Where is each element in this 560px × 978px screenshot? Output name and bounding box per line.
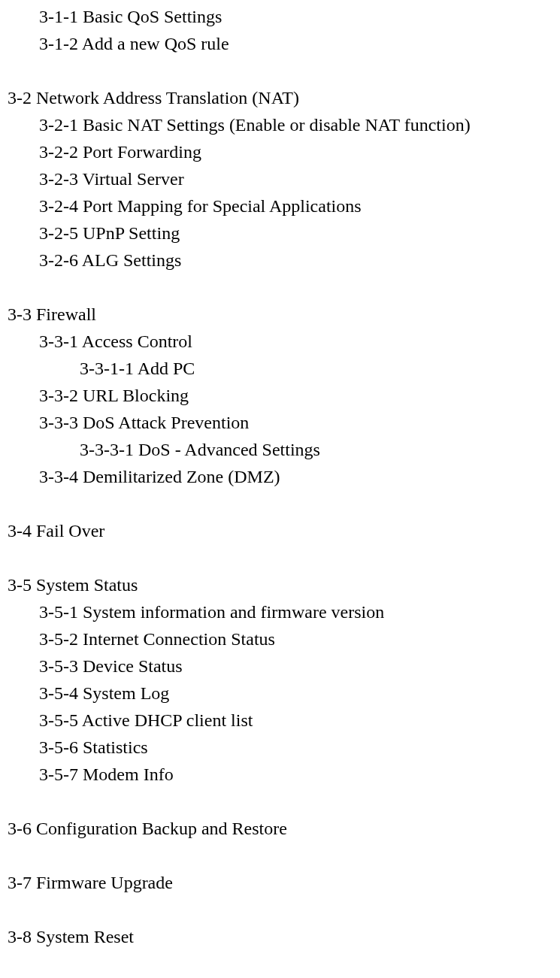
toc-entry-3-2: 3-2 Network Address Translation (NAT)	[0, 84, 560, 111]
toc-entry-3-5-7: 3-5-7 Modem Info	[0, 761, 560, 788]
toc-entry-3-2-5: 3-2-5 UPnP Setting	[0, 220, 560, 247]
toc-entry-3-1-2: 3-1-2 Add a new QoS rule	[0, 30, 560, 57]
toc-entry-3-3-4: 3-3-4 Demilitarized Zone (DMZ)	[0, 463, 560, 490]
toc-entry-3-3-1-1: 3-3-1-1 Add PC	[0, 355, 560, 382]
toc-entry-3-8: 3-8 System Reset	[0, 923, 560, 950]
toc-entry-3-2-4: 3-2-4 Port Mapping for Special Applicati…	[0, 192, 560, 220]
toc-entry-3-7: 3-7 Firmware Upgrade	[0, 869, 560, 896]
toc-entry-3-5-3: 3-5-3 Device Status	[0, 653, 560, 680]
toc-entry-3-2-2: 3-2-2 Port Forwarding	[0, 138, 560, 165]
toc-entry-3-2-1: 3-2-1 Basic NAT Settings (Enable or disa…	[0, 111, 560, 138]
toc-entry-3-5-4: 3-5-4 System Log	[0, 680, 560, 707]
toc-entry-3-2-6: 3-2-6 ALG Settings	[0, 247, 560, 274]
toc-entry-3-3-3-1: 3-3-3-1 DoS - Advanced Settings	[0, 436, 560, 463]
toc-entry-3-5-5: 3-5-5 Active DHCP client list	[0, 707, 560, 734]
toc-entry-3-1-1: 3-1-1 Basic QoS Settings	[0, 3, 560, 30]
toc-entry-3-3-3: 3-3-3 DoS Attack Prevention	[0, 409, 560, 436]
toc-entry-3-5-2: 3-5-2 Internet Connection Status	[0, 625, 560, 653]
toc-entry-3-6: 3-6 Configuration Backup and Restore	[0, 815, 560, 842]
blank-spacer	[0, 788, 560, 815]
toc-entry-3-3-2: 3-3-2 URL Blocking	[0, 382, 560, 409]
toc-entry-3-3-1: 3-3-1 Access Control	[0, 328, 560, 355]
toc-entry-3-5-6: 3-5-6 Statistics	[0, 734, 560, 761]
toc-entry-3-3: 3-3 Firewall	[0, 301, 560, 328]
toc-entry-3-2-3: 3-2-3 Virtual Server	[0, 165, 560, 192]
blank-spacer	[0, 274, 560, 301]
toc-entry-3-4: 3-4 Fail Over	[0, 517, 560, 544]
blank-spacer	[0, 57, 560, 84]
blank-spacer	[0, 842, 560, 869]
blank-spacer	[0, 544, 560, 571]
toc-entry-3-5-1: 3-5-1 System information and firmware ve…	[0, 598, 560, 625]
blank-spacer	[0, 896, 560, 923]
blank-spacer	[0, 490, 560, 517]
toc-entry-3-5: 3-5 System Status	[0, 571, 560, 598]
